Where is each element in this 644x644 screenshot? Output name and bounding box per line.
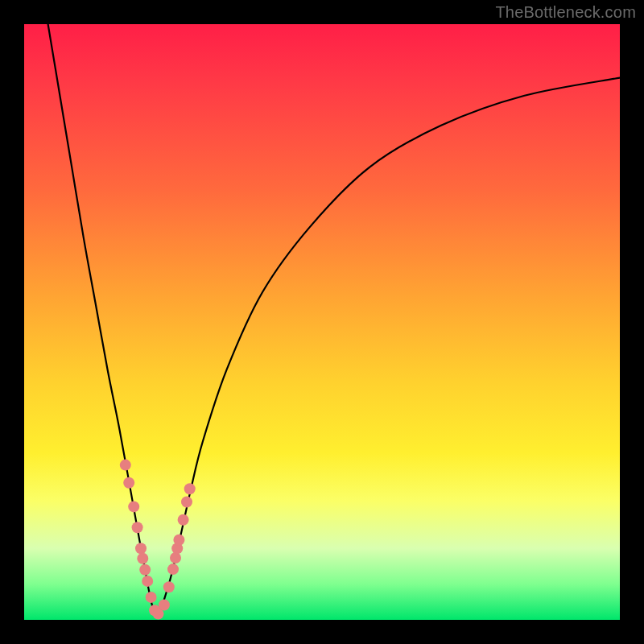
plot-area [24, 24, 620, 620]
highlight-dot [135, 543, 147, 554]
highlight-dot [184, 483, 196, 494]
highlight-dot [178, 514, 189, 526]
highlight-dot [142, 576, 153, 587]
highlight-dot [137, 553, 148, 564]
highlight-dot [128, 501, 139, 512]
highlight-dot [181, 497, 192, 508]
outer-frame: TheBottleneck.com [0, 0, 644, 644]
highlight-dot [170, 552, 181, 564]
highlight-dot [173, 535, 184, 546]
highlight-dot [139, 564, 151, 576]
highlight-dot [132, 522, 143, 533]
chart-svg [24, 24, 620, 620]
highlight-dots-group [120, 460, 196, 620]
highlight-dot [146, 592, 157, 603]
highlight-dot [159, 600, 170, 611]
highlight-dot [120, 460, 131, 471]
highlight-dot [163, 581, 175, 592]
highlight-dot [167, 564, 179, 575]
watermark-text: TheBottleneck.com [495, 3, 636, 22]
highlight-dot [123, 477, 134, 489]
